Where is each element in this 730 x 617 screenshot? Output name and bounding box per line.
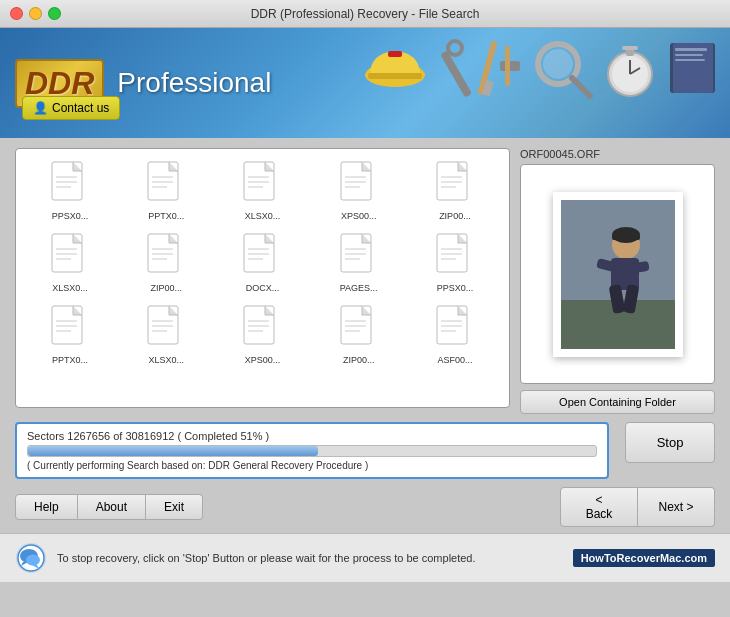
file-doc-icon xyxy=(147,233,185,281)
nav-group-right: < Back Next > xyxy=(560,487,715,527)
file-doc-icon xyxy=(243,161,281,209)
file-name: ASF00... xyxy=(437,355,472,365)
title-bar: DDR (Professional) Recovery - File Searc… xyxy=(0,0,730,28)
file-doc-icon xyxy=(51,233,89,281)
stop-button[interactable]: Stop xyxy=(625,422,715,463)
svg-point-4 xyxy=(448,41,462,55)
hardhat-icon xyxy=(360,33,430,103)
svg-rect-21 xyxy=(675,54,703,56)
stopwatch-icon xyxy=(600,36,660,101)
file-item[interactable]: PPSX0... xyxy=(409,229,501,297)
magnifier-icon xyxy=(530,36,595,101)
close-button[interactable] xyxy=(10,7,23,20)
file-grid: PPSX0... PPTX0... XLSX0... xyxy=(24,157,501,369)
book-icon xyxy=(665,38,720,98)
file-name: XLSX0... xyxy=(52,283,88,293)
file-name: ZIP00... xyxy=(439,211,471,221)
file-item[interactable]: PPTX0... xyxy=(120,157,212,225)
file-doc-icon xyxy=(147,161,185,209)
open-folder-button[interactable]: Open Containing Folder xyxy=(520,390,715,414)
nav-row: Help About Exit < Back Next > xyxy=(0,483,730,531)
contact-label: Contact us xyxy=(52,101,109,115)
professional-label: Professional xyxy=(117,67,271,99)
file-item[interactable]: XLSX0... xyxy=(24,229,116,297)
app-header: DDR Professional 👤 Contact us xyxy=(0,28,730,138)
file-name: DOCX... xyxy=(246,283,280,293)
info-bar: To stop recovery, click on 'Stop' Button… xyxy=(0,533,730,582)
file-item[interactable]: PPTX0... xyxy=(24,301,116,369)
back-button[interactable]: < Back xyxy=(560,487,638,527)
file-item[interactable]: ZIP00... xyxy=(313,301,405,369)
file-name: PAGES... xyxy=(340,283,378,293)
file-name: XLSX0... xyxy=(149,355,185,365)
file-doc-icon xyxy=(340,233,378,281)
main-area: PPSX0... PPTX0... XLSX0... xyxy=(0,138,730,418)
progress-bar-fill xyxy=(28,446,318,456)
svg-point-10 xyxy=(543,49,573,79)
svg-rect-87 xyxy=(612,235,640,240)
svg-rect-2 xyxy=(388,51,402,57)
file-item[interactable]: XPS00... xyxy=(216,301,308,369)
file-item[interactable]: PAGES... xyxy=(313,229,405,297)
svg-rect-22 xyxy=(675,59,705,61)
preview-panel: ORF00045.ORF xyxy=(520,148,715,414)
file-name: PPSX0... xyxy=(437,283,474,293)
next-button[interactable]: Next > xyxy=(638,487,715,527)
person-icon: 👤 xyxy=(33,101,48,115)
exit-button[interactable]: Exit xyxy=(146,494,203,520)
help-button[interactable]: Help xyxy=(15,494,78,520)
file-doc-icon xyxy=(147,305,185,353)
header-decorations xyxy=(360,33,720,103)
file-name: PPTX0... xyxy=(52,355,88,365)
file-item[interactable]: ZIP00... xyxy=(120,229,212,297)
progress-sectors-text: Sectors 1267656 of 30816912 ( Completed … xyxy=(27,430,597,442)
preview-image-frame xyxy=(553,192,683,357)
svg-rect-15 xyxy=(622,46,638,50)
file-doc-icon xyxy=(436,305,474,353)
preview-box xyxy=(520,164,715,384)
progress-box: Sectors 1267656 of 30816912 ( Completed … xyxy=(15,422,609,479)
progress-status-text: ( Currently performing Search based on: … xyxy=(27,460,597,471)
file-item[interactable]: ASF00... xyxy=(409,301,501,369)
file-doc-icon xyxy=(243,305,281,353)
person-silhouette xyxy=(561,200,675,349)
file-item[interactable]: ZIP00... xyxy=(409,157,501,225)
info-message-text: To stop recovery, click on 'Stop' Button… xyxy=(57,552,563,564)
file-item[interactable]: DOCX... xyxy=(216,229,308,297)
info-message-icon xyxy=(15,542,47,574)
file-doc-icon xyxy=(51,305,89,353)
nav-group-left: Help About Exit xyxy=(15,494,203,520)
file-doc-icon xyxy=(436,161,474,209)
svg-line-11 xyxy=(572,78,590,96)
file-item[interactable]: XPS00... xyxy=(313,157,405,225)
maximize-button[interactable] xyxy=(48,7,61,20)
file-name: PPTX0... xyxy=(148,211,184,221)
svg-rect-1 xyxy=(368,73,422,79)
contact-us-button[interactable]: 👤 Contact us xyxy=(22,96,120,120)
file-item[interactable]: XLSX0... xyxy=(120,301,212,369)
preview-label: ORF00045.ORF xyxy=(520,148,715,160)
file-name: XLSX0... xyxy=(245,211,281,221)
file-doc-icon xyxy=(436,233,474,281)
file-name: XPS00... xyxy=(245,355,281,365)
svg-rect-8 xyxy=(505,46,510,86)
watermark: HowToRecoverMac.com xyxy=(573,549,715,567)
svg-point-96 xyxy=(26,555,40,566)
file-name: ZIP00... xyxy=(343,355,375,365)
minimize-button[interactable] xyxy=(29,7,42,20)
window-title: DDR (Professional) Recovery - File Searc… xyxy=(251,7,480,21)
file-item[interactable]: XLSX0... xyxy=(216,157,308,225)
window-controls[interactable] xyxy=(10,7,61,20)
file-name: PPSX0... xyxy=(52,211,89,221)
file-grid-panel[interactable]: PPSX0... PPTX0... XLSX0... xyxy=(15,148,510,408)
svg-rect-3 xyxy=(440,50,472,97)
tools-icon xyxy=(435,36,525,101)
file-doc-icon xyxy=(51,161,89,209)
file-item[interactable]: PPSX0... xyxy=(24,157,116,225)
svg-rect-20 xyxy=(675,48,707,51)
file-name: ZIP00... xyxy=(151,283,183,293)
progress-section: Sectors 1267656 of 30816912 ( Completed … xyxy=(0,418,730,483)
progress-bar-container xyxy=(27,445,597,457)
about-button[interactable]: About xyxy=(78,494,146,520)
file-doc-icon xyxy=(340,305,378,353)
